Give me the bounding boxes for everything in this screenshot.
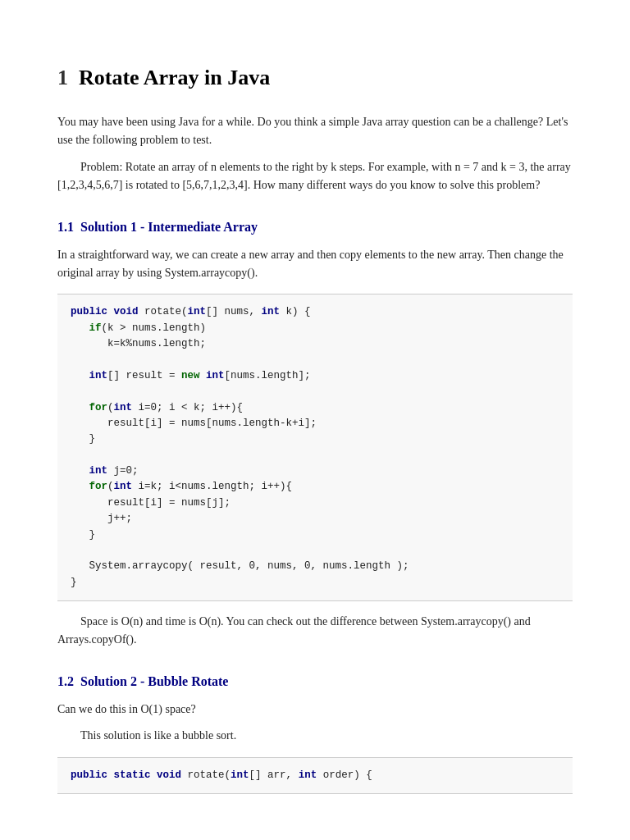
section-1-1-description: In a straightforward way, we can create …: [57, 246, 573, 283]
section-1-1-title: 1.1 Solution 1 - Intermediate Array: [57, 220, 573, 235]
intro-paragraph-1: You may have been using Java for a while…: [57, 113, 573, 150]
section-1-1-number: 1.1: [57, 220, 74, 234]
main-section-number: 1: [57, 66, 68, 89]
section-1-1-after-code: Space is O(n) and time is O(n). You can …: [57, 613, 573, 650]
section-1-2-number: 1.2: [57, 674, 74, 688]
main-title-text: Rotate Array in Java: [79, 66, 270, 89]
section-1-2-description-1: Can we do this in O(1) space?: [57, 701, 573, 719]
section-1-2-title-text: Solution 2 - Bubble Rotate: [80, 674, 228, 688]
code-block-1: public void rotate(int[] nums, int k) { …: [57, 294, 573, 601]
main-title: 1 Rotate Array in Java: [57, 66, 573, 90]
code-block-2: public static void rotate(int[] arr, int…: [57, 757, 573, 794]
page-container: 1 Rotate Array in Java You may have been…: [0, 0, 630, 840]
intro-paragraph-2: Problem: Rotate an array of n elements t…: [57, 158, 573, 195]
section-1-2-title: 1.2 Solution 2 - Bubble Rotate: [57, 674, 573, 689]
section-1-2-description-2: This solution is like a bubble sort.: [57, 727, 573, 745]
section-1-1-title-text: Solution 1 - Intermediate Array: [80, 220, 258, 234]
